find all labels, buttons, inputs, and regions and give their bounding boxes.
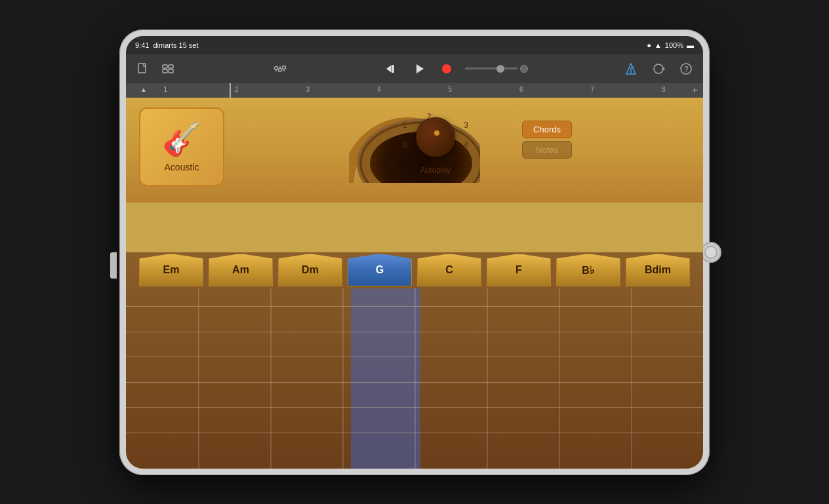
fret-5: [487, 288, 488, 469]
chords-button[interactable]: Chords: [522, 121, 572, 138]
instrument-name: Acoustic: [165, 162, 199, 172]
knob-label-0: 0: [403, 140, 407, 149]
svg-marker-11: [386, 65, 392, 73]
side-button[interactable]: [110, 252, 117, 279]
cursor-icon: ▲: [140, 86, 147, 93]
fret-4: [415, 288, 416, 469]
string-2: [126, 332, 703, 332]
svg-marker-18: [662, 67, 665, 71]
home-button-inner: [704, 246, 718, 259]
chord-em[interactable]: Em: [139, 254, 203, 286]
signal-icon: ▲: [655, 41, 662, 49]
svg-rect-12: [392, 65, 394, 73]
fret-1: [198, 288, 199, 469]
string-3: [126, 357, 703, 357]
fret-lines: [126, 288, 703, 469]
chord-f[interactable]: F: [487, 254, 551, 286]
volume-control: [465, 65, 528, 73]
volume-thumb: [496, 65, 504, 73]
fret-2: [270, 288, 272, 469]
fret-7: [631, 288, 632, 469]
toolbar-right: ?: [622, 60, 695, 78]
volume-icon: [520, 65, 528, 73]
chord-bb[interactable]: B♭: [556, 254, 620, 286]
chord-buttons-row: Em Am Dm G C F: [139, 252, 690, 288]
string-1: [126, 306, 703, 307]
chord-dm[interactable]: Dm: [278, 254, 342, 286]
ruler-mark-4: 4: [344, 86, 415, 94]
knob-indicator: [434, 130, 439, 136]
main-content: 🎸 Acoustic 0 1: [126, 98, 703, 469]
ruler-ticks: 1 2 3 4 5 6 7 8: [130, 86, 699, 94]
ruler-mark-6: 6: [486, 86, 557, 94]
notes-button[interactable]: Notes: [522, 141, 572, 159]
toolbar-transport: [382, 60, 528, 78]
mode-buttons: Chords Notes: [522, 121, 572, 159]
ruler-cursor: [230, 83, 231, 98]
knob-label-4: 4: [464, 140, 468, 149]
battery-icon: ▬: [687, 41, 694, 49]
battery-text: 100%: [665, 41, 683, 49]
instrument-card[interactable]: 🎸 Acoustic: [139, 107, 224, 186]
ruler-mark-2: 2: [201, 86, 273, 94]
svg-point-8: [278, 68, 281, 71]
ruler-mark-7: 7: [557, 86, 628, 94]
status-right: ● ▲ 100% ▬: [647, 41, 694, 49]
help-button[interactable]: ?: [677, 60, 695, 78]
svg-marker-13: [416, 64, 424, 73]
status-date: dimarts 15 set: [153, 41, 198, 49]
loop-button[interactable]: [649, 60, 668, 78]
string-6: [126, 433, 703, 433]
autoplay-section: 0 1 2 3 4 Autoplay: [409, 111, 462, 175]
ruler-mark-3: 3: [272, 86, 344, 94]
knob-container: 0 1 2 3 4: [409, 111, 462, 163]
home-button[interactable]: [700, 242, 721, 263]
svg-point-10: [282, 66, 285, 69]
new-song-button[interactable]: [134, 60, 152, 78]
status-bar: 9:41 dimarts 15 set ● ▲ 100% ▬: [126, 36, 703, 54]
autoplay-knob[interactable]: [416, 117, 455, 157]
play-button[interactable]: [410, 60, 428, 78]
string-5: [126, 407, 703, 408]
device-frame: 9:41 dimarts 15 set ● ▲ 100% ▬: [119, 29, 710, 475]
knob-label-3: 3: [464, 121, 468, 130]
chord-g[interactable]: G: [348, 254, 412, 286]
string-4: [126, 382, 703, 383]
toolbar-left: [134, 60, 177, 78]
toolbar: ?: [126, 54, 703, 83]
svg-rect-4: [169, 69, 173, 73]
svg-text:?: ?: [684, 65, 689, 74]
status-time: 9:41: [135, 41, 149, 49]
fret-6: [559, 288, 560, 469]
record-button[interactable]: [437, 60, 456, 78]
svg-point-6: [274, 66, 277, 69]
toolbar-mixer: [271, 60, 289, 78]
svg-rect-0: [138, 64, 146, 73]
status-left: 9:41 dimarts 15 set: [135, 41, 199, 49]
knob-label-1: 1: [403, 121, 407, 130]
guitar-icon: 🎸: [162, 121, 201, 158]
volume-slider[interactable]: [465, 68, 517, 69]
device-screen: 9:41 dimarts 15 set ● ▲ 100% ▬: [126, 36, 703, 469]
tracks-view-button[interactable]: [159, 60, 177, 78]
svg-rect-3: [163, 69, 167, 73]
chord-am[interactable]: Am: [209, 254, 273, 286]
metronome-button[interactable]: [622, 60, 640, 78]
add-track-button[interactable]: +: [692, 85, 698, 96]
rewind-button[interactable]: [382, 60, 401, 78]
svg-rect-2: [169, 65, 173, 68]
fret-3: [342, 288, 344, 469]
ruler-mark-5: 5: [415, 86, 486, 94]
mixer-button[interactable]: [271, 60, 289, 78]
chord-bdim[interactable]: Bdim: [626, 254, 690, 286]
svg-point-14: [442, 64, 451, 73]
svg-rect-1: [163, 65, 167, 68]
wifi-icon: ●: [647, 41, 651, 49]
active-chord-highlight: [351, 288, 420, 469]
ruler-mark-8: 8: [628, 86, 700, 94]
autoplay-label: Autoplay: [420, 166, 451, 175]
chord-c[interactable]: C: [417, 254, 481, 286]
instrument-panel: 🎸 Acoustic 0 1: [126, 98, 703, 203]
timeline-ruler: ▲ 1 2 3 4 5 6 7 8 +: [126, 83, 703, 98]
fretboard: Em Am Dm G C F: [126, 252, 703, 469]
